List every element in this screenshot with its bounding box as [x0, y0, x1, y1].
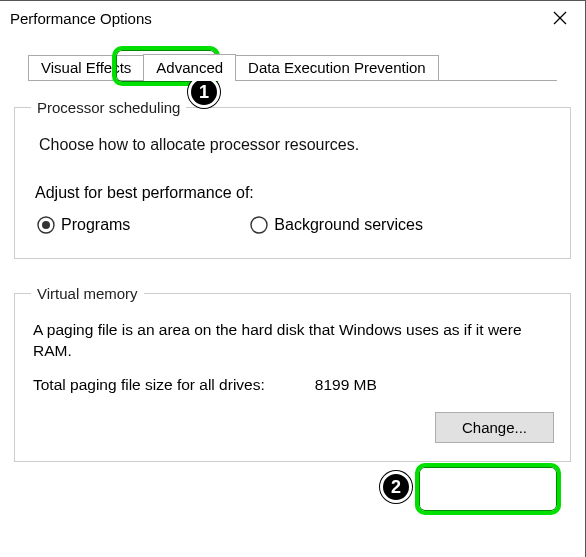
radio-unselected-icon	[250, 216, 268, 234]
svg-point-4	[251, 217, 267, 233]
annotation-badge-2: 2	[380, 471, 412, 503]
virtual-memory-legend: Virtual memory	[31, 285, 144, 302]
radio-programs[interactable]: Programs	[37, 216, 130, 234]
processor-scheduling-group: Processor scheduling Choose how to alloc…	[14, 99, 571, 259]
tab-strip: Visual Effects Advanced Data Execution P…	[28, 51, 557, 81]
tab-advanced[interactable]: Advanced	[143, 54, 236, 81]
tab-dep[interactable]: Data Execution Prevention	[235, 55, 439, 80]
close-icon	[553, 11, 567, 25]
change-button[interactable]: Change...	[435, 412, 554, 443]
svg-point-3	[42, 221, 50, 229]
vm-total-value: 8199 MB	[315, 376, 377, 394]
radio-background[interactable]: Background services	[250, 216, 423, 234]
close-button[interactable]	[537, 3, 583, 33]
tab-visual-effects[interactable]: Visual Effects	[28, 55, 144, 80]
radio-programs-label: Programs	[61, 216, 130, 234]
processor-desc: Choose how to allocate processor resourc…	[39, 136, 554, 154]
radio-background-label: Background services	[274, 216, 423, 234]
processor-scheduling-legend: Processor scheduling	[31, 99, 186, 116]
vm-desc: A paging file is an area on the hard dis…	[33, 320, 554, 362]
annotation-highlight-2	[415, 463, 561, 515]
adjust-label: Adjust for best performance of:	[35, 184, 554, 202]
window-title: Performance Options	[10, 10, 152, 27]
virtual-memory-group: Virtual memory A paging file is an area …	[14, 285, 571, 462]
vm-total-label: Total paging file size for all drives:	[33, 376, 265, 394]
titlebar: Performance Options	[0, 1, 585, 35]
radio-selected-icon	[37, 216, 55, 234]
